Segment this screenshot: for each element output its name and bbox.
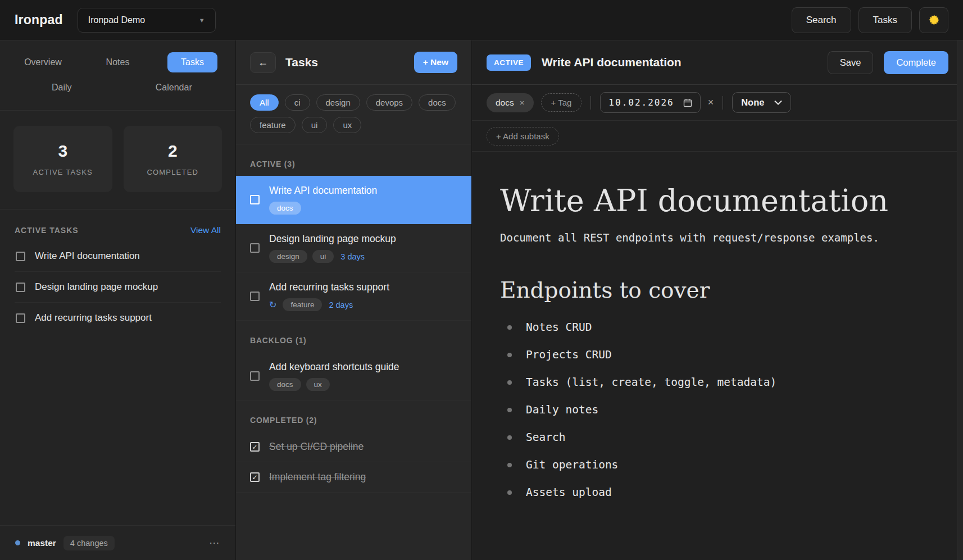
stat-label: ACTIVE TASKS [33, 168, 93, 176]
task-checkbox[interactable] [250, 292, 260, 301]
caret-down-icon: ▼ [199, 17, 205, 24]
filter-chip-all[interactable]: All [250, 94, 279, 111]
tab-daily[interactable]: Daily [27, 78, 97, 98]
save-button[interactable]: Save [828, 51, 874, 74]
add-subtask-button[interactable]: + Add subtask [487, 127, 559, 145]
detail-title: Write API documentation [542, 56, 682, 69]
task-checkbox[interactable] [16, 313, 25, 323]
task-checkbox[interactable] [250, 243, 260, 253]
sidebar: Overview Notes Tasks Daily Calendar 3 AC… [0, 40, 236, 560]
task-title: Add keyboard shortcuts guide [269, 361, 399, 373]
bullet-item: Assets upload [500, 486, 924, 499]
sun-icon [928, 13, 941, 26]
main-area: Overview Notes Tasks Daily Calendar 3 AC… [0, 40, 963, 560]
stat-card-completed: 2 COMPLETED [124, 126, 222, 192]
filter-chip-design[interactable]: design [316, 94, 360, 111]
task-title: Add recurring tasks support [35, 312, 152, 324]
scrollbar[interactable] [957, 40, 963, 560]
tag-badge: docs [269, 202, 301, 215]
filter-chip-ci[interactable]: ci [285, 94, 310, 111]
filter-chip-devops[interactable]: devops [366, 94, 412, 111]
task-row[interactable]: Add recurring tasks support ↻ feature 2 … [236, 272, 471, 321]
app-logo: Ironpad [15, 12, 63, 28]
add-tag-button[interactable]: + Tag [541, 93, 582, 112]
complete-button[interactable]: Complete [884, 51, 948, 74]
sidebar-task-row[interactable]: Write API documentation [15, 241, 221, 272]
project-selector[interactable]: Ironpad Demo ▼ [78, 8, 216, 33]
tag-badge: ui [312, 250, 334, 263]
task-body: Add recurring tasks support ↻ feature 2 … [269, 281, 389, 311]
new-task-button[interactable]: + New [414, 52, 457, 73]
tab-calendar[interactable]: Calendar [139, 78, 208, 98]
tag-filters: All ci design devops docs feature ui ux [236, 85, 471, 144]
filter-chip-ux[interactable]: ux [333, 117, 361, 133]
chevron-down-icon [774, 100, 782, 105]
tag-chip-docs[interactable]: docs × [487, 93, 534, 112]
sidebar-task-row[interactable]: Design landing page mockup [15, 272, 221, 303]
view-all-link[interactable]: View All [190, 225, 221, 235]
bullet-item: Tasks (list, create, toggle, metadata) [500, 376, 924, 389]
section-title: ACTIVE TASKS [15, 226, 79, 235]
recurring-icon: ↻ [269, 299, 276, 310]
subtask-row: + Add subtask [472, 121, 963, 152]
remove-tag-icon[interactable]: × [520, 98, 525, 107]
stat-value: 2 [168, 142, 178, 161]
section-header-backlog: BACKLOG (1) [236, 321, 471, 352]
task-row-completed[interactable]: ✓ Implement tag filtering [236, 462, 471, 493]
task-title: Add recurring tasks support [269, 281, 389, 293]
tasks-button[interactable]: Tasks [858, 7, 912, 33]
branch-dot-icon [15, 540, 20, 545]
tab-tasks[interactable]: Tasks [158, 52, 228, 72]
task-list: ACTIVE (3) Write API documentation docs … [236, 144, 471, 560]
sidebar-tabs: Overview Notes Tasks Daily Calendar [0, 40, 235, 111]
task-row-selected[interactable]: Write API documentation docs [236, 176, 471, 224]
project-selector-value: Ironpad Demo [88, 15, 145, 25]
bullet-item: Git operations [500, 458, 924, 471]
theme-toggle-button[interactable] [919, 7, 948, 33]
task-checkbox-checked[interactable]: ✓ [250, 442, 260, 452]
document-intro: Document all REST endpoints with request… [500, 231, 924, 244]
task-title: Write API documentation [269, 185, 377, 197]
task-meta: docs ux [269, 378, 399, 391]
tab-overview[interactable]: Overview [8, 52, 78, 72]
stats-cards: 3 ACTIVE TASKS 2 COMPLETED [0, 111, 235, 209]
tag-badge: design [269, 250, 307, 263]
vertical-divider [723, 96, 723, 110]
task-checkbox-checked[interactable]: ✓ [250, 472, 260, 482]
branch-name: master [28, 538, 56, 548]
task-row[interactable]: Design landing page mockup design ui 3 d… [236, 224, 471, 272]
vertical-divider [590, 96, 591, 110]
task-checkbox[interactable] [250, 371, 260, 381]
tasks-panel-header: ← Tasks + New [236, 40, 471, 85]
active-tasks-section-header: ACTIVE TASKS View All [15, 225, 221, 235]
filter-chip-feature[interactable]: feature [250, 117, 296, 133]
more-menu-icon[interactable]: ⋯ [209, 536, 220, 549]
sidebar-task-row[interactable]: Add recurring tasks support [15, 303, 221, 333]
filter-chip-docs[interactable]: docs [419, 94, 456, 111]
section-header-active: ACTIVE (3) [236, 144, 471, 176]
search-button[interactable]: Search [792, 7, 851, 33]
git-status-bar: master 4 changes ⋯ [0, 525, 235, 560]
document-subheading: Endpoints to cover [500, 277, 924, 303]
tab-notes[interactable]: Notes [83, 52, 153, 72]
recurrence-select[interactable]: None [732, 92, 791, 113]
document-heading: Write API documentation [500, 183, 924, 218]
calendar-icon[interactable] [683, 98, 692, 107]
filter-chip-ui[interactable]: ui [302, 117, 328, 133]
stat-card-active-tasks: 3 ACTIVE TASKS [13, 126, 112, 192]
task-checkbox[interactable] [16, 252, 25, 261]
status-badge: ACTIVE [487, 54, 531, 71]
task-row[interactable]: Add keyboard shortcuts guide docs ux [236, 352, 471, 400]
document-body[interactable]: Write API documentation Document all RES… [472, 152, 963, 560]
due-date-input[interactable]: 10.02.2026 [600, 92, 700, 113]
task-checkbox[interactable] [250, 195, 260, 204]
back-button[interactable]: ← [250, 52, 276, 73]
bullet-item: Notes CRUD [500, 321, 924, 334]
tag-badge: ux [306, 378, 330, 391]
task-row-completed[interactable]: ✓ Set up CI/CD pipeline [236, 432, 471, 462]
active-tasks-section: ACTIVE TASKS View All Write API document… [0, 209, 235, 333]
due-date-value: 10.02.2026 [608, 97, 674, 108]
clear-date-icon[interactable]: × [708, 97, 714, 108]
task-checkbox[interactable] [16, 283, 25, 292]
arrow-left-icon: ← [258, 57, 268, 69]
